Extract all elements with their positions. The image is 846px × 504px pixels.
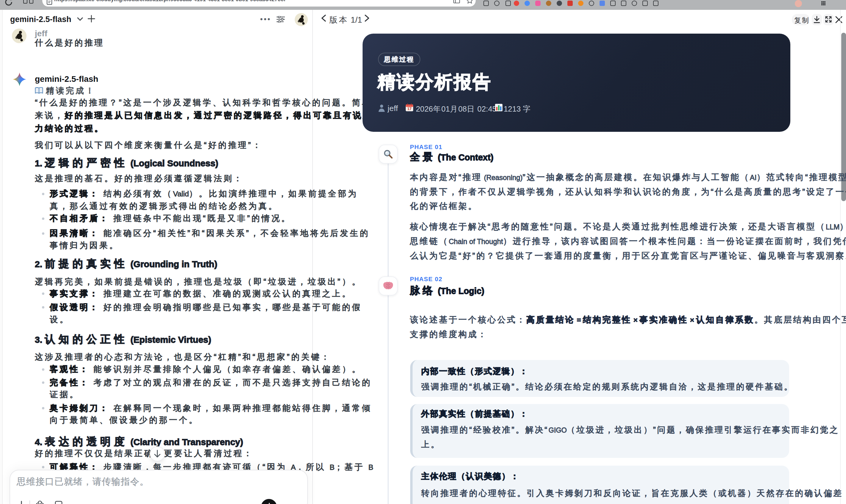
svg-text:17: 17 — [407, 107, 412, 111]
